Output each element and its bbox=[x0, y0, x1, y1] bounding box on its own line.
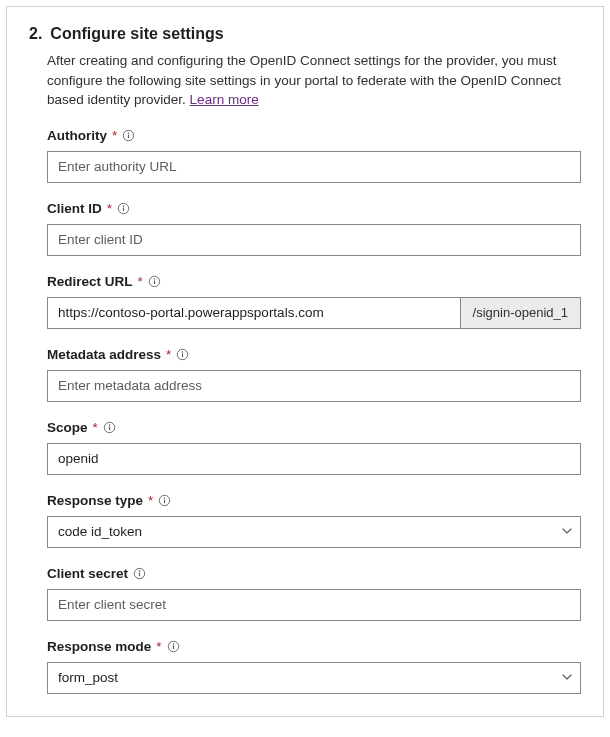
svg-rect-14 bbox=[109, 426, 110, 430]
svg-rect-17 bbox=[164, 499, 165, 503]
client-secret-field: Client secret bbox=[47, 566, 581, 621]
required-indicator: * bbox=[112, 128, 117, 143]
info-icon[interactable] bbox=[122, 129, 135, 142]
svg-point-13 bbox=[109, 424, 110, 425]
response-mode-field: Response mode * form_post bbox=[47, 639, 581, 694]
step-number: 2. bbox=[29, 25, 42, 43]
svg-rect-11 bbox=[182, 353, 183, 357]
client-id-field: Client ID * bbox=[47, 201, 581, 256]
response-mode-label: Response mode bbox=[47, 639, 151, 654]
svg-rect-20 bbox=[139, 572, 140, 576]
svg-point-10 bbox=[182, 351, 183, 352]
svg-rect-23 bbox=[172, 645, 173, 649]
required-indicator: * bbox=[148, 493, 153, 508]
required-indicator: * bbox=[166, 347, 171, 362]
authority-input[interactable] bbox=[47, 151, 581, 183]
scope-field: Scope * bbox=[47, 420, 581, 475]
svg-point-22 bbox=[172, 643, 173, 644]
step-description-text: After creating and configuring the OpenI… bbox=[47, 53, 561, 107]
response-mode-value: form_post bbox=[58, 670, 118, 685]
info-icon[interactable] bbox=[133, 567, 146, 580]
step-description: After creating and configuring the OpenI… bbox=[47, 51, 581, 110]
step-header: 2. Configure site settings bbox=[29, 25, 581, 43]
info-icon[interactable] bbox=[158, 494, 171, 507]
form-area: Authority * Client ID * Redirect URL bbox=[47, 128, 581, 694]
metadata-address-field: Metadata address * bbox=[47, 347, 581, 402]
client-id-input[interactable] bbox=[47, 224, 581, 256]
step-title: Configure site settings bbox=[50, 25, 223, 43]
response-type-field: Response type * code id_token bbox=[47, 493, 581, 548]
redirect-url-input[interactable] bbox=[47, 297, 460, 329]
svg-rect-5 bbox=[123, 207, 124, 211]
response-mode-select[interactable]: form_post bbox=[47, 662, 581, 694]
required-indicator: * bbox=[156, 639, 161, 654]
client-id-label: Client ID bbox=[47, 201, 102, 216]
authority-field: Authority * bbox=[47, 128, 581, 183]
scope-label: Scope bbox=[47, 420, 88, 435]
required-indicator: * bbox=[107, 201, 112, 216]
response-type-label: Response type bbox=[47, 493, 143, 508]
authority-label: Authority bbox=[47, 128, 107, 143]
metadata-address-input[interactable] bbox=[47, 370, 581, 402]
svg-rect-8 bbox=[154, 280, 155, 284]
svg-point-1 bbox=[128, 132, 129, 133]
svg-point-16 bbox=[164, 497, 165, 498]
svg-rect-2 bbox=[128, 134, 129, 138]
response-type-select[interactable]: code id_token bbox=[47, 516, 581, 548]
scope-input[interactable] bbox=[47, 443, 581, 475]
configure-site-settings-panel: 2. Configure site settings After creatin… bbox=[6, 6, 604, 717]
redirect-url-label: Redirect URL bbox=[47, 274, 133, 289]
svg-point-19 bbox=[139, 570, 140, 571]
redirect-url-suffix: /signin-openid_1 bbox=[460, 297, 581, 329]
info-icon[interactable] bbox=[148, 275, 161, 288]
required-indicator: * bbox=[93, 420, 98, 435]
response-type-value: code id_token bbox=[58, 524, 142, 539]
info-icon[interactable] bbox=[117, 202, 130, 215]
svg-point-4 bbox=[123, 205, 124, 206]
metadata-address-label: Metadata address bbox=[47, 347, 161, 362]
required-indicator: * bbox=[138, 274, 143, 289]
svg-point-7 bbox=[154, 278, 155, 279]
client-secret-label: Client secret bbox=[47, 566, 128, 581]
info-icon[interactable] bbox=[176, 348, 189, 361]
learn-more-link[interactable]: Learn more bbox=[190, 92, 259, 107]
info-icon[interactable] bbox=[103, 421, 116, 434]
redirect-url-field: Redirect URL * /signin-openid_1 bbox=[47, 274, 581, 329]
info-icon[interactable] bbox=[167, 640, 180, 653]
client-secret-input[interactable] bbox=[47, 589, 581, 621]
